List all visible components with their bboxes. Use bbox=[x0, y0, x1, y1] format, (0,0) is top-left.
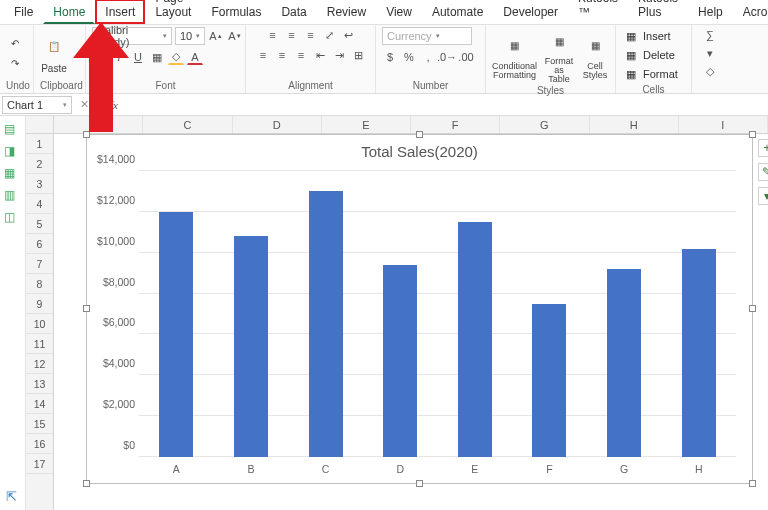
row-header[interactable]: 1 bbox=[26, 134, 53, 154]
share-icon[interactable]: ⇱ bbox=[6, 489, 17, 504]
tool-icon-3[interactable]: ▦ bbox=[4, 166, 22, 182]
underline-button[interactable]: U bbox=[130, 49, 146, 65]
format-as-table-button[interactable]: ▦Format as Table bbox=[543, 27, 575, 84]
resize-handle[interactable] bbox=[83, 131, 90, 138]
row-header[interactable]: 16 bbox=[26, 434, 53, 454]
inc-decimal-icon[interactable]: .0→ bbox=[439, 49, 455, 65]
resize-handle[interactable] bbox=[749, 305, 756, 312]
align-top-icon[interactable]: ≡ bbox=[265, 27, 281, 43]
tool-icon-5[interactable]: ◫ bbox=[4, 210, 22, 226]
row-header[interactable]: 7 bbox=[26, 254, 53, 274]
grow-font-icon[interactable]: A▲ bbox=[208, 28, 224, 44]
dec-decimal-icon[interactable]: .00 bbox=[458, 49, 474, 65]
row-header[interactable]: 17 bbox=[26, 454, 53, 474]
fx-icon[interactable]: fx bbox=[110, 99, 118, 111]
comma-icon[interactable]: , bbox=[420, 49, 436, 65]
column-header[interactable]: B bbox=[54, 116, 143, 133]
font-name-combo[interactable]: Calibri (Body)▾ bbox=[92, 27, 172, 45]
cells-delete-button[interactable]: ▦Delete bbox=[622, 46, 675, 64]
chart-filters-button[interactable]: ▾ bbox=[758, 187, 768, 205]
bar[interactable] bbox=[607, 269, 641, 457]
tab-automate[interactable]: Automate bbox=[422, 0, 493, 24]
bold-button[interactable]: B bbox=[92, 49, 108, 65]
tab-acrobat[interactable]: Acrobat bbox=[733, 0, 768, 24]
tab-insert[interactable]: Insert bbox=[95, 0, 145, 24]
tab-data[interactable]: Data bbox=[271, 0, 316, 24]
tab-review[interactable]: Review bbox=[317, 0, 376, 24]
align-bottom-icon[interactable]: ≡ bbox=[303, 27, 319, 43]
row-header[interactable]: 3 bbox=[26, 174, 53, 194]
chart-title[interactable]: Total Sales(2020) bbox=[87, 135, 752, 164]
fill-icon[interactable]: ▾ bbox=[702, 45, 718, 61]
resize-handle[interactable] bbox=[83, 480, 90, 487]
row-header[interactable]: 5 bbox=[26, 214, 53, 234]
row-header[interactable]: 10 bbox=[26, 314, 53, 334]
name-box[interactable]: Chart 1▾ bbox=[2, 96, 72, 114]
bar[interactable] bbox=[532, 304, 566, 457]
conditional-formatting-button[interactable]: ▦Conditional Formatting bbox=[492, 32, 537, 80]
tab-page-layout[interactable]: Page Layout bbox=[145, 0, 201, 24]
resize-handle[interactable] bbox=[749, 131, 756, 138]
shrink-font-icon[interactable]: A▼ bbox=[227, 28, 243, 44]
enter-icon[interactable]: ✓ bbox=[95, 98, 104, 111]
row-header[interactable]: 2 bbox=[26, 154, 53, 174]
bar[interactable] bbox=[458, 222, 492, 457]
row-header[interactable]: 12 bbox=[26, 354, 53, 374]
align-center-icon[interactable]: ≡ bbox=[274, 47, 290, 63]
percent-icon[interactable]: % bbox=[401, 49, 417, 65]
row-header[interactable]: 6 bbox=[26, 234, 53, 254]
tab-formulas[interactable]: Formulas bbox=[201, 0, 271, 24]
border-icon[interactable]: ▦ bbox=[149, 49, 165, 65]
row-header[interactable]: 14 bbox=[26, 394, 53, 414]
row-header[interactable]: 8 bbox=[26, 274, 53, 294]
row-header[interactable]: 9 bbox=[26, 294, 53, 314]
font-size-combo[interactable]: 10▾ bbox=[175, 27, 205, 45]
tab-kutools-[interactable]: Kutools ™ bbox=[568, 0, 628, 24]
column-header[interactable]: F bbox=[411, 116, 500, 133]
align-right-icon[interactable]: ≡ bbox=[293, 47, 309, 63]
tab-view[interactable]: View bbox=[376, 0, 422, 24]
resize-handle[interactable] bbox=[416, 131, 423, 138]
row-header[interactable]: 4 bbox=[26, 194, 53, 214]
paste-icon[interactable]: 📋 bbox=[40, 33, 68, 61]
cancel-icon[interactable]: ✕ bbox=[80, 98, 89, 111]
redo-icon[interactable]: ↷ bbox=[6, 54, 24, 72]
cell-styles-button[interactable]: ▦Cell Styles bbox=[581, 32, 609, 80]
align-left-icon[interactable]: ≡ bbox=[255, 47, 271, 63]
autosum-icon[interactable]: ∑ bbox=[702, 27, 718, 43]
tab-file[interactable]: File bbox=[4, 0, 43, 24]
resize-handle[interactable] bbox=[416, 480, 423, 487]
column-header[interactable]: C bbox=[143, 116, 232, 133]
row-header[interactable]: 11 bbox=[26, 334, 53, 354]
undo-icon[interactable]: ↶ bbox=[6, 34, 24, 52]
chart-object[interactable]: Total Sales(2020) $0$2,000$4,000$6,000$8… bbox=[86, 134, 753, 484]
chart-styles-button[interactable]: ✎ bbox=[758, 163, 768, 181]
select-all-corner[interactable] bbox=[26, 116, 54, 133]
column-header[interactable]: E bbox=[322, 116, 411, 133]
resize-handle[interactable] bbox=[83, 305, 90, 312]
indent-dec-icon[interactable]: ⇤ bbox=[312, 47, 328, 63]
align-middle-icon[interactable]: ≡ bbox=[284, 27, 300, 43]
orientation-icon[interactable]: ⤢ bbox=[322, 27, 338, 43]
row-header[interactable]: 15 bbox=[26, 414, 53, 434]
column-header[interactable]: D bbox=[233, 116, 322, 133]
tab-home[interactable]: Home bbox=[43, 0, 95, 24]
bar[interactable] bbox=[682, 249, 716, 457]
merge-icon[interactable]: ⊞ bbox=[350, 47, 366, 63]
clear-icon[interactable]: ◇ bbox=[702, 63, 718, 79]
tab-developer[interactable]: Developer bbox=[493, 0, 568, 24]
font-color-icon[interactable]: A bbox=[187, 49, 203, 65]
column-header[interactable]: G bbox=[500, 116, 589, 133]
column-header[interactable]: H bbox=[590, 116, 679, 133]
cells-insert-button[interactable]: ▦Insert bbox=[622, 27, 671, 45]
wrap-text-icon[interactable]: ↩ bbox=[341, 27, 357, 43]
currency-icon[interactable]: $ bbox=[382, 49, 398, 65]
chart-plot-area[interactable]: $0$2,000$4,000$6,000$8,000$10,000$12,000… bbox=[139, 171, 736, 457]
indent-inc-icon[interactable]: ⇥ bbox=[331, 47, 347, 63]
row-header[interactable]: 13 bbox=[26, 374, 53, 394]
tab-kutools-plus[interactable]: Kutools Plus bbox=[628, 0, 688, 24]
tool-icon-1[interactable]: ▤ bbox=[4, 122, 22, 138]
number-format-combo[interactable]: Currency▾ bbox=[382, 27, 472, 45]
tool-icon-2[interactable]: ◨ bbox=[4, 144, 22, 160]
bar[interactable] bbox=[159, 212, 193, 457]
